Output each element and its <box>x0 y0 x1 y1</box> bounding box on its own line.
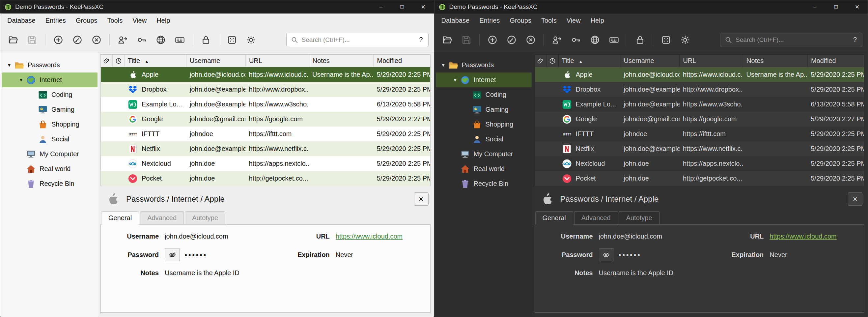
entry-row-nextcloud[interactable]: Nextcloud john.doe https://apps.nextclo.… <box>535 156 864 171</box>
entry-row-google[interactable]: Google johndoe@gmail.com https://google.… <box>101 112 430 126</box>
notes-column-header[interactable]: Notes <box>309 55 374 67</box>
url-column-header[interactable]: URL <box>246 55 309 67</box>
open-url-button[interactable] <box>587 32 603 48</box>
password-generator-button[interactable] <box>658 32 674 48</box>
minimize-button[interactable]: – <box>371 0 392 13</box>
entry-row-example-login[interactable]: Example Login ... john.doe@example... ht… <box>101 97 430 112</box>
maximize-button[interactable]: □ <box>392 0 413 13</box>
entry-row-netflix[interactable]: Netflix john.doe@example... https://www.… <box>101 141 430 156</box>
copy-password-button[interactable] <box>567 32 584 48</box>
entry-row-dropbox[interactable]: Dropbox john.doe@example... http://www.d… <box>101 82 430 97</box>
search-input[interactable] <box>732 36 852 44</box>
entry-row-netflix[interactable]: Netflix john.doe@example... https://www.… <box>535 141 864 156</box>
group-social[interactable]: Social <box>2 132 97 147</box>
title-column-header[interactable]: Title <box>125 55 186 67</box>
save-database-button[interactable] <box>24 32 40 48</box>
copy-username-button[interactable] <box>114 32 131 48</box>
entry-row-ifttt[interactable]: IFTTT johndoe https://ifttt.com 5/29/202… <box>535 126 864 141</box>
tab-general[interactable]: General <box>101 211 139 225</box>
password-generator-button[interactable] <box>224 32 240 48</box>
menu-item[interactable]: Help <box>586 15 609 26</box>
tab-advanced[interactable]: Advanced <box>140 211 184 224</box>
menu-item[interactable]: Groups <box>71 15 102 26</box>
entry-row-apple[interactable]: Apple john.doe@icloud.com https://www.ic… <box>535 67 864 82</box>
menu-item[interactable]: View <box>562 15 586 26</box>
menu-item[interactable]: Groups <box>505 15 536 26</box>
close-button[interactable]: ✕ <box>413 0 434 13</box>
entry-row-pocket[interactable]: Pocket john.doe http://getpocket.co... 5… <box>535 171 864 186</box>
group-passwords[interactable]: Passwords <box>436 58 532 73</box>
menu-item[interactable]: View <box>127 15 152 26</box>
menu-item[interactable]: Database <box>2 15 40 26</box>
expiry-column-header[interactable] <box>113 55 125 67</box>
search-input[interactable] <box>299 36 418 44</box>
url-column-header[interactable]: URL <box>680 55 743 67</box>
close-preview-button[interactable]: ✕ <box>848 193 862 206</box>
modified-column-header[interactable]: Modified <box>374 55 430 67</box>
group-shopping[interactable]: Shopping <box>436 117 532 132</box>
perform-autotype-button[interactable] <box>172 32 188 48</box>
close-preview-button[interactable]: ✕ <box>414 193 429 206</box>
group-gaming[interactable]: Gaming <box>436 102 532 117</box>
entry-row-google[interactable]: Google johndoe@gmail.com https://google.… <box>535 112 864 126</box>
edit-entry-button[interactable] <box>69 32 86 48</box>
menu-item[interactable]: Help <box>152 15 175 26</box>
url-link[interactable]: https://www.icloud.com <box>336 233 403 240</box>
new-entry-button[interactable] <box>50 32 66 48</box>
expiry-column-header[interactable] <box>547 55 559 67</box>
group-coding[interactable]: Coding <box>2 87 97 102</box>
entry-row-nextcloud[interactable]: Nextcloud john.doe https://apps.nextclo.… <box>101 156 430 171</box>
maximize-button[interactable]: □ <box>826 0 846 13</box>
toggle-password-button[interactable] <box>165 248 180 261</box>
help-button[interactable]: ? <box>418 36 424 44</box>
group-recycle-bin[interactable]: Recycle Bin <box>2 176 97 191</box>
toggle-password-button[interactable] <box>599 248 614 261</box>
menu-item[interactable]: Database <box>436 15 475 26</box>
tab-autotype[interactable]: Autotype <box>619 211 659 224</box>
username-column-header[interactable]: Username <box>186 55 246 67</box>
copy-password-button[interactable] <box>133 32 150 48</box>
group-my-computer[interactable]: My Computer <box>436 147 532 162</box>
modified-column-header[interactable]: Modified <box>808 55 864 67</box>
help-button[interactable]: ? <box>852 36 858 44</box>
url-link[interactable]: https://www.icloud.com <box>770 233 836 240</box>
save-database-button[interactable] <box>458 32 475 48</box>
lock-database-button[interactable] <box>198 32 214 48</box>
group-real-world[interactable]: Real world <box>2 162 97 176</box>
group-internet[interactable]: Internet <box>436 73 532 87</box>
group-gaming[interactable]: Gaming <box>2 102 97 117</box>
menu-item[interactable]: Tools <box>536 15 562 26</box>
menu-item[interactable]: Entries <box>474 15 505 26</box>
entry-row-pocket[interactable]: Pocket john.doe http://getpocket.co... 5… <box>101 171 430 186</box>
open-database-button[interactable] <box>439 32 456 48</box>
settings-button[interactable] <box>243 32 259 48</box>
title-column-header[interactable]: Title <box>559 55 621 67</box>
group-my-computer[interactable]: My Computer <box>2 147 97 162</box>
notes-column-header[interactable]: Notes <box>743 55 808 67</box>
group-shopping[interactable]: Shopping <box>2 117 97 132</box>
new-entry-button[interactable] <box>484 32 501 48</box>
attachment-column-header[interactable] <box>535 55 547 67</box>
menu-item[interactable]: Entries <box>40 15 71 26</box>
group-coding[interactable]: Coding <box>436 87 532 102</box>
copy-username-button[interactable] <box>549 32 565 48</box>
group-passwords[interactable]: Passwords <box>2 58 97 73</box>
entry-row-example-login[interactable]: Example Login ... john.doe@example... ht… <box>535 97 864 112</box>
perform-autotype-button[interactable] <box>606 32 622 48</box>
lock-database-button[interactable] <box>632 32 648 48</box>
delete-entry-button[interactable] <box>88 32 105 48</box>
minimize-button[interactable]: – <box>804 0 826 13</box>
entry-row-apple[interactable]: Apple john.doe@icloud.com https://www.ic… <box>101 67 430 82</box>
tab-general[interactable]: General <box>535 211 573 225</box>
open-url-button[interactable] <box>153 32 169 48</box>
tab-autotype[interactable]: Autotype <box>185 211 225 224</box>
entry-row-dropbox[interactable]: Dropbox john.doe@example... http://www.d… <box>535 82 864 97</box>
delete-entry-button[interactable] <box>522 32 539 48</box>
group-social[interactable]: Social <box>436 132 532 147</box>
open-database-button[interactable] <box>5 32 22 48</box>
settings-button[interactable] <box>677 32 693 48</box>
entry-row-ifttt[interactable]: IFTTT johndoe https://ifttt.com 5/29/202… <box>101 126 430 141</box>
group-recycle-bin[interactable]: Recycle Bin <box>436 176 532 191</box>
group-real-world[interactable]: Real world <box>436 162 532 176</box>
menu-item[interactable]: Tools <box>102 15 127 26</box>
